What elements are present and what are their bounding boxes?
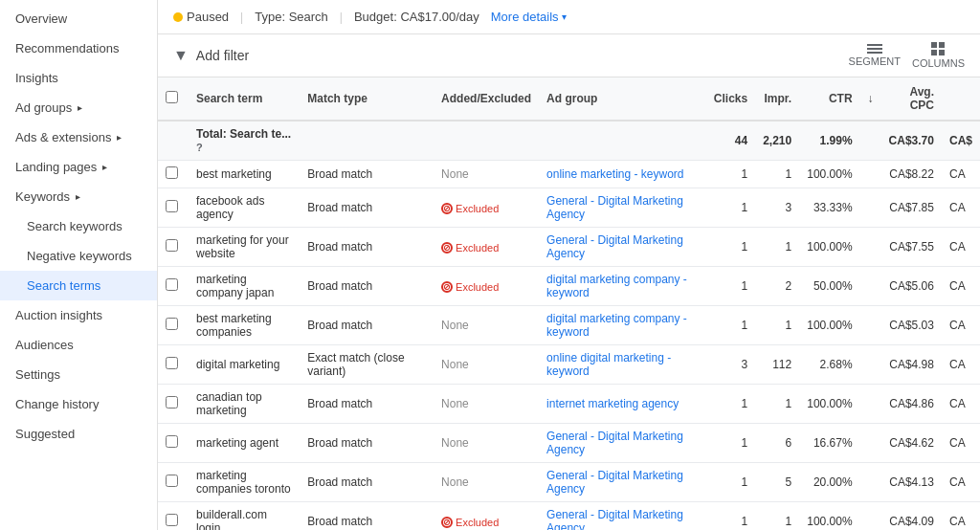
match-type-cell: Broad match — [300, 502, 434, 531]
ad-group-link[interactable]: online marketing - keyword — [546, 167, 683, 181]
excluded-badge: ⊘Excluded — [441, 517, 499, 528]
impr-cell: 1 — [755, 306, 799, 345]
excluded-badge: ⊘Excluded — [441, 242, 499, 254]
added-excluded-cell: None — [434, 463, 539, 502]
row-checkbox-cell — [158, 424, 189, 463]
ad-group-link[interactable]: General - Digital Marketing Agency — [546, 430, 683, 456]
ctr-cell: 100.00% — [799, 161, 859, 188]
total-sort — [860, 121, 881, 161]
columns-button[interactable]: COLUMNS — [912, 42, 965, 69]
sidebar-item-change-history[interactable]: Change history — [0, 389, 157, 419]
search-term-cell: marketing companies toronto — [189, 463, 300, 502]
avg-cpc-cell: CA$4.09 — [881, 502, 942, 531]
row-checkbox[interactable] — [166, 200, 178, 212]
sidebar-item-recommendations[interactable]: Recommendations — [0, 33, 157, 63]
impr-cell: 5 — [755, 463, 799, 502]
chevron-down-icon: ▾ — [562, 11, 567, 22]
table-row: marketing companies toronto Broad match … — [158, 463, 980, 502]
total-match-type — [300, 121, 434, 161]
sidebar-item-settings[interactable]: Settings — [0, 360, 157, 389]
added-excluded-cell: None — [434, 385, 539, 424]
row-checkbox[interactable] — [166, 357, 178, 369]
sidebar-item-search-keywords[interactable]: Search keywords — [0, 211, 157, 241]
segment-icon — [867, 44, 882, 54]
add-filter-button[interactable]: Add filter — [196, 48, 249, 63]
row-checkbox[interactable] — [166, 166, 178, 179]
sidebar-item-negative-keywords[interactable]: Negative keywords — [0, 241, 157, 271]
impr-cell: 112 — [755, 345, 799, 385]
sidebar-item-search-terms[interactable]: Search terms — [0, 271, 157, 300]
ctr-header: CTR — [799, 77, 859, 121]
chevron-right-icon: ▸ — [117, 132, 122, 143]
sidebar: OverviewRecommendationsInsightsAd groups… — [0, 0, 158, 530]
ad-group-link[interactable]: digital marketing company - keyword — [546, 273, 687, 299]
filter-icon: ▼ — [173, 47, 189, 64]
impr-cell: 6 — [755, 424, 799, 463]
segment-button[interactable]: SEGMENT — [849, 44, 901, 67]
ad-group-link[interactable]: General - Digital Marketing Agency — [546, 469, 683, 496]
sidebar-item-ad-groups[interactable]: Ad groups▸ — [0, 93, 157, 122]
row-checkbox[interactable] — [166, 318, 178, 330]
ad-group-link[interactable]: General - Digital Marketing Agency — [546, 194, 683, 221]
help-icon[interactable]: ? — [196, 142, 203, 153]
ctr-cell: 16.67% — [799, 424, 859, 463]
row-checkbox[interactable] — [166, 396, 178, 409]
avg-cpc-cell: CA$4.86 — [881, 385, 942, 424]
impr-cell: 1 — [755, 161, 799, 188]
sidebar-item-ads-extensions[interactable]: Ads & extensions▸ — [0, 122, 157, 152]
ad-group-cell: General - Digital Marketing Agency — [539, 188, 706, 228]
sidebar-item-keywords[interactable]: Keywords▸ — [0, 182, 157, 211]
row-checkbox[interactable] — [166, 278, 178, 291]
table-row: best marketing companies Broad match Non… — [158, 306, 980, 345]
avg-cpc-cell: CA$8.22 — [881, 161, 942, 188]
sort-cell — [860, 463, 881, 502]
row-checkbox[interactable] — [166, 435, 178, 448]
row-checkbox[interactable] — [166, 475, 178, 487]
table-row: best marketing Broad match None online m… — [158, 161, 980, 188]
clicks-header: Clicks — [706, 77, 755, 121]
chevron-right-icon: ▸ — [102, 162, 107, 172]
none-label: None — [441, 436, 469, 450]
sidebar-item-auction-insights[interactable]: Auction insights — [0, 300, 157, 330]
extra-cell: CA — [942, 502, 980, 531]
row-checkbox-cell — [158, 385, 189, 424]
chevron-right-icon: ▸ — [76, 191, 80, 202]
match-type-cell: Broad match — [300, 267, 434, 306]
added-excluded-cell: ⊘Excluded — [434, 267, 539, 306]
ad-group-link[interactable]: online digital marketing - keyword — [546, 351, 671, 378]
sidebar-item-landing-pages[interactable]: Landing pages▸ — [0, 152, 157, 182]
avg-cpc-cell: CA$5.03 — [881, 306, 942, 345]
ctr-cell: 20.00% — [799, 463, 859, 502]
total-ad-group — [539, 121, 706, 161]
ad-group-cell: digital marketing company - keyword — [539, 306, 706, 345]
type-label: Type: Search — [255, 10, 328, 24]
sidebar-item-overview[interactable]: Overview — [0, 4, 157, 33]
ad-group-link[interactable]: General - Digital Marketing Agency — [546, 508, 683, 530]
row-checkbox-cell — [158, 463, 189, 502]
sidebar-item-suggested[interactable]: Suggested — [0, 419, 157, 449]
ad-group-cell: General - Digital Marketing Agency — [539, 424, 706, 463]
ad-group-link[interactable]: internet marketing agency — [546, 397, 679, 410]
extra-header — [942, 77, 980, 121]
main-content: Paused | Type: Search | Budget: CA$17.00… — [158, 0, 980, 530]
sidebar-item-audiences[interactable]: Audiences — [0, 330, 157, 360]
table-row: facebook ads agency Broad match ⊘Exclude… — [158, 188, 980, 228]
clicks-cell: 1 — [706, 161, 755, 188]
ad-group-cell: General - Digital Marketing Agency — [539, 228, 706, 267]
select-all-checkbox[interactable] — [166, 91, 178, 103]
sidebar-item-insights[interactable]: Insights — [0, 63, 157, 93]
ctr-cell: 33.33% — [799, 188, 859, 228]
row-checkbox[interactable] — [166, 514, 178, 526]
row-checkbox-cell — [158, 345, 189, 385]
row-checkbox-cell — [158, 306, 189, 345]
excluded-badge: ⊘Excluded — [441, 203, 499, 214]
ad-group-link[interactable]: General - Digital Marketing Agency — [546, 233, 683, 260]
sort-cell — [860, 385, 881, 424]
added-excluded-cell: ⊘Excluded — [434, 188, 539, 228]
sort-cell — [860, 161, 881, 188]
ad-group-link[interactable]: digital marketing company - keyword — [546, 312, 687, 339]
none-label: None — [441, 319, 469, 332]
row-checkbox[interactable] — [166, 239, 178, 252]
more-details-link[interactable]: More details ▾ — [491, 10, 567, 24]
sort-cell — [860, 267, 881, 306]
